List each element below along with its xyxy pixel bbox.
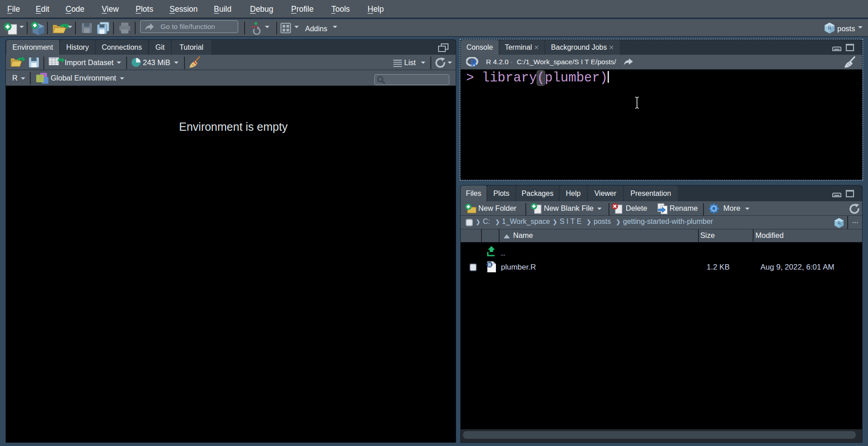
svg-text:R: R: [837, 220, 841, 225]
svg-text:R: R: [828, 24, 831, 31]
svg-text:R: R: [471, 58, 477, 67]
svg-text:R: R: [488, 262, 491, 267]
